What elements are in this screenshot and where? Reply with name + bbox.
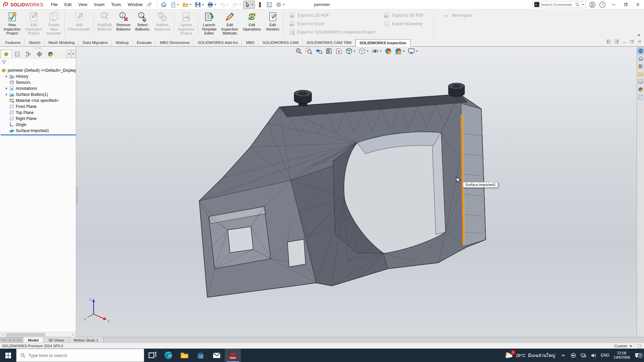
hidden-icons-chevron[interactable] [560, 352, 567, 359]
clock[interactable]: 22:08 19/6/2568 [613, 351, 630, 360]
toolbar-button-undo[interactable] [218, 1, 230, 9]
dropdown-caret[interactable] [252, 4, 254, 6]
ribbon-button-add-characteristic[interactable]: Add Characteristic [66, 10, 93, 38]
ribbon-button-balloon-sequence[interactable]: 12 Balloon Sequence [152, 10, 173, 38]
3d-model-scene[interactable] [76, 47, 637, 337]
weather-widget[interactable]: 1 26°C มีเมฆส่วนใหญ่ [503, 351, 556, 359]
command-tab-solidworks-add-ins[interactable]: SOLIDWORKS Add-Ins [194, 39, 242, 46]
headsup-button-edit-appearance[interactable] [385, 48, 392, 55]
search-icon[interactable] [575, 2, 580, 7]
taskbar-app-file-explorer[interactable] [176, 349, 193, 362]
language-indicator[interactable]: ENG [600, 353, 610, 358]
export-item-export-3d-pdf[interactable]: 3D Export to 3D PDF [384, 12, 424, 19]
scrollbar-right-arrow[interactable]: ► [71, 332, 76, 337]
toolbar-button-options[interactable] [274, 1, 286, 9]
rollback-bar[interactable] [1, 134, 76, 135]
tree-item-origin[interactable]: Origin [1, 122, 76, 128]
ribbon-button-launch-template-editor[interactable]: Launch Template Editor [199, 10, 219, 38]
dropdown-caret[interactable] [367, 51, 369, 53]
document-tab-motion-study-1[interactable]: Motion Study 1 [69, 337, 103, 343]
ribbon-button-edit-operations[interactable]: Edit Operations [240, 10, 263, 38]
export-item-export-sw-inspection-project[interactable]: Export to SOLIDWORKS Inspection Project [289, 29, 375, 36]
taskbar-app-edge[interactable] [160, 349, 176, 362]
command-tab-mbd[interactable]: MBD [242, 39, 259, 46]
headsup-button-zoom-to-fit[interactable] [295, 48, 302, 55]
task-pane-tab-solidworks-resources[interactable] [637, 48, 644, 54]
tree-item-right-plane[interactable]: Right Plane [1, 116, 76, 122]
toolbar-button-save[interactable] [194, 1, 205, 9]
volume-icon[interactable] [590, 352, 597, 359]
expand-arrow[interactable] [5, 75, 9, 78]
export-item-export-edrawing[interactable]: e Export eDrawing [384, 20, 424, 27]
menu-window[interactable]: Window [125, 1, 146, 8]
command-tab-solidworks-cam-tbm[interactable]: SOLIDWORKS CAM TBM [303, 39, 356, 46]
network-icon[interactable] [580, 352, 587, 359]
menu-tools[interactable]: Tools [108, 1, 124, 8]
menu-insert[interactable]: Insert [91, 1, 107, 8]
command-tab-evaluate[interactable]: Evaluate [133, 39, 156, 46]
tree-item-front-plane[interactable]: Front Plane [1, 104, 76, 110]
ribbon-button-new-inspection-project[interactable]: New Inspection Project [1, 10, 23, 38]
dropdown-caret[interactable] [354, 51, 356, 53]
panel-tab-dimxpertmanager[interactable] [34, 50, 45, 58]
headsup-button-section-view[interactable] [325, 48, 332, 55]
taskbar-search-input[interactable] [29, 353, 122, 358]
command-tab-data-migration[interactable]: Data Migration [79, 39, 112, 46]
command-tab-features[interactable]: Features [1, 39, 24, 46]
doc-minimize-icon[interactable] [622, 39, 627, 44]
headsup-button-hide-show-items[interactable] [372, 48, 382, 55]
panel-tab-featuremanager[interactable] [1, 50, 12, 58]
ribbon-button-create-new-template[interactable]: Create New template [44, 10, 63, 38]
panel-tab-configurationmanager[interactable] [23, 50, 34, 58]
task-pane-tab-design-library[interactable] [637, 63, 644, 70]
command-tab-sketch[interactable]: Sketch [24, 39, 44, 46]
toolbar-button-select[interactable] [243, 1, 255, 9]
expand-arrow[interactable] [5, 93, 9, 96]
scroll-right-arrow[interactable]: ► [71, 50, 76, 58]
dropdown-caret[interactable] [403, 51, 405, 53]
scrollbar-thumb[interactable] [6, 333, 45, 337]
task-pane-tab-view-palette[interactable] [637, 78, 644, 85]
toolbar-button-redo[interactable] [231, 1, 243, 9]
first-tab-button[interactable]: ◄◄ [1, 339, 7, 341]
taskbar-app-task-view[interactable] [144, 349, 160, 362]
document-tab-3d-views[interactable]: 3D Views [44, 337, 69, 343]
restore-button[interactable] [621, 1, 630, 8]
notification-center[interactable]: 2 [633, 352, 642, 359]
toolbar-button-print[interactable] [206, 1, 218, 9]
command-tab-solidworks-cam[interactable]: SOLIDWORKS CAM [259, 39, 303, 46]
tree-root[interactable]: pwmeter (Default) <<Default>_Display [1, 67, 76, 73]
next-tab-button[interactable]: ► [12, 339, 16, 341]
export-item-export-excel[interactable]: Export to Excel [289, 20, 375, 27]
toolbar-button-solidworks-xpert[interactable] [256, 1, 264, 9]
menu-view[interactable]: View [75, 1, 90, 8]
toolbar-button-new-file[interactable] [169, 1, 180, 9]
export-item-export-2d-pdf[interactable]: PDF Export to 2D PDF [289, 12, 375, 19]
command-tab-solidworks-inspection[interactable]: SOLIDWORKS Inspection [356, 39, 411, 47]
close-button[interactable] [633, 1, 642, 8]
headsup-button-zoom-to-area[interactable] [305, 48, 312, 55]
dropdown-caret[interactable] [416, 51, 418, 53]
ribbon-button-edit-inspection-project[interactable]: Edit Inspection Project [23, 10, 44, 38]
task-pane-tab-file-explorer[interactable] [637, 71, 644, 77]
tree-item-surface-imported1[interactable]: Surface-Imported1 [1, 128, 76, 134]
last-tab-button[interactable]: ►► [16, 339, 22, 341]
taskbar-app-microsoft-store[interactable] [193, 349, 209, 362]
graphics-viewport[interactable]: A [76, 47, 637, 337]
meet-now-icon[interactable] [570, 352, 577, 359]
dropdown-caret[interactable] [227, 4, 229, 6]
expand-arrow[interactable] [5, 87, 9, 90]
dock-pane-left-icon[interactable] [606, 39, 611, 44]
headsup-button-previous-view[interactable] [315, 48, 322, 55]
dock-pane-right-icon[interactable] [614, 39, 619, 44]
panel-grip[interactable] [0, 47, 76, 50]
pin-icon[interactable] [146, 2, 152, 8]
panel-splitter-handle[interactable] [76, 187, 78, 204]
toolbar-button-home[interactable] [159, 1, 168, 9]
tree-item-history[interactable]: History [1, 73, 76, 79]
menu-edit[interactable]: Edit [61, 1, 75, 8]
doc-close-icon[interactable] [637, 39, 642, 44]
tree-item-surface-bodies[interactable]: Surface Bodies(1) [1, 92, 76, 98]
ribbon-button-select-balloons[interactable]: 1 Select Balloons [133, 10, 152, 38]
tree-filter[interactable] [0, 58, 76, 66]
